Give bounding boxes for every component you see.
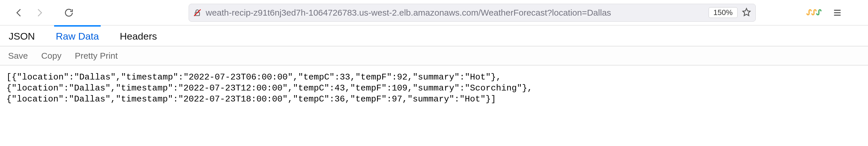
tab-json[interactable]: JSON <box>7 26 37 46</box>
extension-icon[interactable]: ᔑᔑᔑ <box>806 8 821 17</box>
reload-button[interactable] <box>61 5 76 20</box>
tab-raw-data[interactable]: Raw Data <box>54 25 101 46</box>
raw-line: {"location":"Dallas","timestamp":"2022-0… <box>6 94 496 104</box>
json-viewer-actions: Save Copy Pretty Print <box>0 46 868 65</box>
bookmark-star-icon[interactable] <box>742 7 751 18</box>
app-menu-button[interactable] <box>830 5 845 20</box>
forward-button[interactable] <box>32 5 47 20</box>
raw-line: {"location":"Dallas","timestamp":"2022-0… <box>6 83 532 93</box>
json-viewer-tabs: JSON Raw Data Headers <box>0 26 868 46</box>
raw-line: [{"location":"Dallas","timestamp":"2022-… <box>6 72 501 82</box>
browser-toolbar: weath-recip-z91t6nj3ed7h-1064726783.us-w… <box>0 0 868 26</box>
address-bar[interactable]: weath-recip-z91t6nj3ed7h-1064726783.us-w… <box>189 4 756 22</box>
pretty-print-button[interactable]: Pretty Print <box>75 51 118 61</box>
zoom-indicator[interactable]: 150% <box>709 7 738 18</box>
copy-button[interactable]: Copy <box>41 51 61 61</box>
save-button[interactable]: Save <box>8 51 28 61</box>
back-button[interactable] <box>11 5 27 20</box>
tab-headers[interactable]: Headers <box>118 26 159 46</box>
insecure-lock-icon <box>193 8 202 17</box>
address-url: weath-recip-z91t6nj3ed7h-1064726783.us-w… <box>206 8 705 17</box>
raw-response-body: [{"location":"Dallas","timestamp":"2022-… <box>0 65 868 111</box>
